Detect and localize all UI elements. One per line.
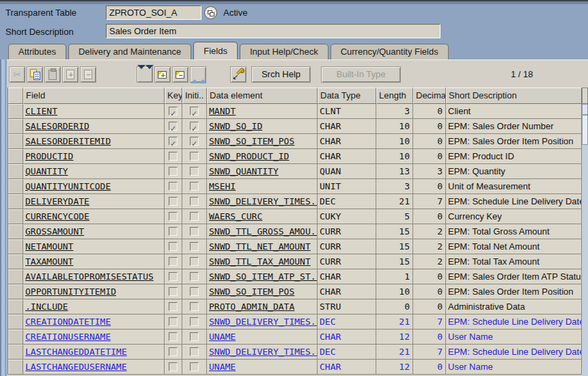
key-checkbox[interactable] <box>169 167 178 176</box>
tab-attributes[interactable]: Attributes <box>8 44 66 59</box>
row-selector[interactable] <box>8 269 23 284</box>
initial-checkbox[interactable] <box>190 362 199 371</box>
scrollbar-thumb[interactable] <box>582 115 588 145</box>
row-selector[interactable] <box>8 179 23 194</box>
column-header-initial[interactable]: Initi.. <box>182 88 207 104</box>
insert-entries-button[interactable]: + <box>154 66 171 83</box>
column-header-field[interactable]: Field <box>23 88 165 104</box>
data-type-cell[interactable]: STRU <box>318 299 376 314</box>
length-cell[interactable]: 10 <box>376 284 413 299</box>
length-cell[interactable]: 21 <box>376 314 413 330</box>
decimals-cell[interactable]: 0 <box>413 330 446 345</box>
data-type-cell[interactable]: DEC <box>318 194 376 209</box>
data-type-cell[interactable]: CHAR <box>318 330 376 345</box>
decimals-cell[interactable]: 0 <box>413 119 446 134</box>
tab-delivery-and-maintenance[interactable]: Delivery and Maintenance <box>68 44 191 59</box>
move-down-button[interactable] <box>137 66 153 83</box>
initial-checkbox[interactable] <box>190 197 199 206</box>
field-name-link[interactable]: CLIENT <box>25 106 57 116</box>
data-type-cell[interactable]: CURR <box>318 254 376 269</box>
field-name-link[interactable]: QUANTITYUNITCODE <box>25 181 111 191</box>
field-name-link[interactable]: SALESORDERID <box>25 121 89 131</box>
row-selector[interactable] <box>8 239 23 254</box>
data-element-link[interactable]: SNWD_TTL_NET_AMOUNT <box>209 241 311 252</box>
initial-checkbox[interactable] <box>190 212 199 221</box>
row-selector[interactable] <box>8 209 23 224</box>
data-element-link[interactable]: WAERS_CURC <box>209 211 262 221</box>
key-checkbox[interactable] <box>169 332 178 341</box>
table-settings-button[interactable] <box>582 88 588 104</box>
length-cell[interactable]: 21 <box>376 194 413 209</box>
move-up-button[interactable] <box>190 66 206 83</box>
decimals-cell[interactable]: 0 <box>413 149 446 164</box>
length-cell[interactable]: 3 <box>376 179 413 194</box>
field-name-link[interactable]: NETAMOUNT <box>25 241 73 252</box>
data-type-cell[interactable]: CHAR <box>318 284 376 299</box>
initial-checkbox[interactable] <box>190 347 199 356</box>
field-name-link[interactable]: CURRENCYCODE <box>25 211 89 221</box>
data-element-link[interactable]: SNWD_SO_ID <box>209 121 262 131</box>
tab-currency-quantity-fields[interactable]: Currency/Quantity Fields <box>331 44 449 59</box>
data-element-link[interactable]: SNWD_DELIVERY_TIMES.. <box>209 347 318 357</box>
data-element-link[interactable]: SNWD_SO_ITEM_ATP_ST.. <box>209 271 318 282</box>
short-description-input[interactable] <box>106 24 440 38</box>
column-header-data-element[interactable]: Data element <box>207 88 318 104</box>
column-header-data-type[interactable]: Data Type <box>318 88 376 104</box>
field-name-link[interactable]: LASTCHANGEDUSERNAME <box>25 362 127 372</box>
copy-button[interactable] <box>27 66 43 83</box>
row-selector[interactable] <box>8 299 23 314</box>
initial-checkbox[interactable] <box>190 107 199 116</box>
initial-checkbox[interactable] <box>190 302 199 311</box>
initial-checkbox[interactable] <box>190 167 199 176</box>
decimals-cell[interactable]: 0 <box>413 269 446 284</box>
length-cell[interactable]: 5 <box>376 209 413 224</box>
key-checkbox[interactable] <box>169 257 178 266</box>
data-type-cell[interactable]: CUKY <box>318 209 376 224</box>
data-type-cell[interactable]: CHAR <box>318 134 376 149</box>
decimals-cell[interactable]: 2 <box>413 239 446 254</box>
data-element-link[interactable]: UNAME <box>209 362 236 372</box>
data-element-link[interactable]: SNWD_DELIVERY_TIMES.. <box>209 317 318 327</box>
key-checkbox[interactable] <box>169 272 178 281</box>
key-checkbox[interactable] <box>169 107 178 116</box>
initial-checkbox[interactable] <box>190 122 199 131</box>
data-type-cell[interactable]: UNIT <box>318 179 376 194</box>
decimals-cell[interactable]: 0 <box>413 284 446 299</box>
decimals-cell[interactable]: 0 <box>413 104 446 119</box>
decimals-cell[interactable]: 7 <box>413 345 446 360</box>
srch-help-button[interactable]: Srch Help <box>251 66 311 83</box>
decimals-cell[interactable]: 2 <box>413 224 446 239</box>
initial-checkbox[interactable] <box>190 317 199 326</box>
field-name-link[interactable]: SALESORDERITEMID <box>25 136 111 146</box>
search-help-icon-button[interactable]: ↙ <box>230 66 247 83</box>
field-name-link[interactable]: LASTCHANGEDDATETIME <box>25 347 127 357</box>
row-selector[interactable] <box>8 330 23 345</box>
data-type-cell[interactable]: CLNT <box>318 104 376 119</box>
decimals-cell[interactable]: 0 <box>413 209 446 224</box>
length-cell[interactable]: 10 <box>376 119 413 134</box>
data-element-link[interactable]: MSEHI <box>209 181 236 191</box>
key-checkbox[interactable] <box>169 197 178 206</box>
row-selector[interactable] <box>8 314 23 330</box>
field-name-link[interactable]: TAXAMOUNT <box>25 256 73 267</box>
data-type-cell[interactable]: DEC <box>318 314 376 330</box>
decimals-cell[interactable]: 2 <box>413 254 446 269</box>
tab-input-help-check[interactable]: Input Help/Check <box>240 44 328 59</box>
data-element-link[interactable]: SNWD_QUANTITY <box>209 166 279 176</box>
initial-checkbox[interactable] <box>190 152 199 161</box>
length-cell[interactable]: 0 <box>376 299 413 314</box>
decimals-cell[interactable]: 7 <box>413 194 446 209</box>
length-cell[interactable]: 21 <box>376 345 413 360</box>
data-element-link[interactable]: SNWD_DELIVERY_TIMES.. <box>209 196 318 206</box>
initial-checkbox[interactable] <box>190 227 199 236</box>
column-header-decimals[interactable]: Decima.. <box>413 88 446 104</box>
scroll-up-arrow[interactable] <box>582 104 588 115</box>
field-name-link[interactable]: OPPORTUNITYITEMID <box>25 286 116 297</box>
length-cell[interactable]: 15 <box>376 254 413 269</box>
initial-checkbox[interactable] <box>190 272 199 281</box>
key-checkbox[interactable] <box>169 362 178 371</box>
row-selector[interactable] <box>8 360 23 375</box>
length-cell[interactable]: 10 <box>376 134 413 149</box>
key-checkbox[interactable] <box>169 182 178 191</box>
data-type-cell[interactable]: CHAR <box>318 119 376 134</box>
